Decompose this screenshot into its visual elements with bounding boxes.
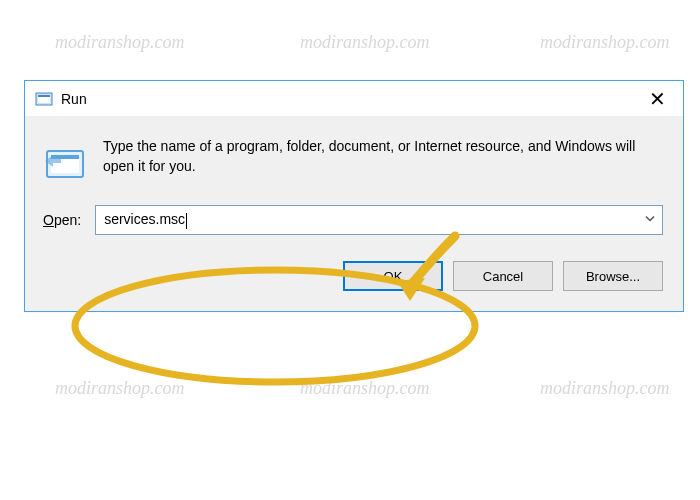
- watermark: modiranshop.com: [540, 378, 670, 399]
- svg-rect-2: [38, 95, 50, 97]
- dialog-title: Run: [61, 91, 87, 107]
- dialog-body: Type the name of a program, folder, docu…: [25, 117, 683, 311]
- titlebar[interactable]: Run ✕: [25, 81, 683, 117]
- run-large-icon: [43, 141, 87, 185]
- close-button[interactable]: ✕: [645, 87, 669, 111]
- watermark: modiranshop.com: [55, 32, 185, 53]
- watermark: modiranshop.com: [300, 32, 430, 53]
- open-combobox[interactable]: services.msc: [95, 205, 663, 235]
- watermark: modiranshop.com: [55, 378, 185, 399]
- watermark: modiranshop.com: [540, 32, 670, 53]
- browse-button[interactable]: Browse...: [563, 261, 663, 291]
- dialog-description: Type the name of a program, folder, docu…: [103, 137, 663, 176]
- ok-button[interactable]: OK: [343, 261, 443, 291]
- cancel-button[interactable]: Cancel: [453, 261, 553, 291]
- watermark: modiranshop.com: [300, 378, 430, 399]
- chevron-down-icon[interactable]: [644, 213, 656, 228]
- open-label: Open:: [43, 212, 81, 228]
- svg-rect-5: [51, 155, 79, 159]
- run-icon: [35, 90, 53, 108]
- open-input[interactable]: services.msc: [104, 211, 634, 228]
- run-dialog: Run ✕ Type the name of a program, folder…: [24, 80, 684, 312]
